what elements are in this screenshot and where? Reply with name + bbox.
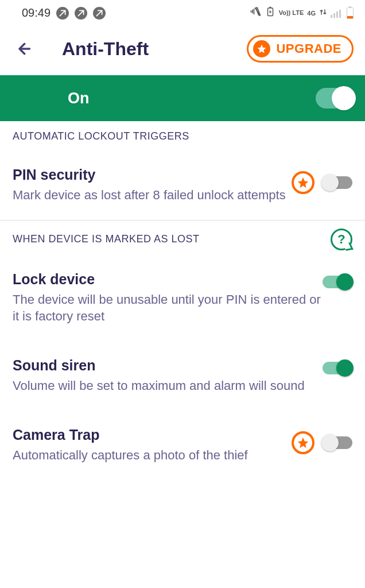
feature-master-toggle[interactable]: On — [0, 75, 365, 121]
notif-icon-1 — [56, 7, 69, 20]
notif-icon-3 — [93, 7, 106, 20]
upgrade-label: UPGRADE — [276, 41, 341, 56]
help-icon[interactable]: ? — [331, 229, 352, 250]
setting-title: Sound siren — [13, 357, 323, 374]
setting-title: Lock device — [13, 271, 323, 288]
premium-star-icon — [292, 171, 314, 194]
setting-pin-security: PIN security Mark device as lost after 8… — [0, 149, 365, 219]
setting-title: PIN security — [13, 167, 292, 183]
section-header-lost: WHEN DEVICE IS MARKED AS LOST — [13, 231, 200, 247]
upgrade-button[interactable]: UPGRADE — [247, 35, 354, 63]
status-bar: 09:49 Vo)) LTE 4G — [0, 0, 365, 25]
network-label: 4G — [307, 10, 316, 17]
camera-trap-switch[interactable] — [323, 436, 352, 449]
back-button[interactable] — [16, 40, 39, 57]
sound-siren-switch[interactable] — [323, 362, 352, 374]
master-switch[interactable] — [316, 88, 352, 109]
master-toggle-label: On — [68, 90, 90, 107]
pin-security-switch[interactable] — [323, 176, 352, 189]
setting-desc: Automatically captures a photo of the th… — [13, 447, 292, 464]
clock: 09:49 — [22, 6, 51, 20]
setting-desc: The device will be unusable until your P… — [13, 291, 323, 325]
svg-rect-2 — [269, 7, 271, 8]
notif-icon-2 — [75, 7, 87, 20]
setting-desc: Volume will be set to maximum and alarm … — [13, 377, 323, 394]
lock-device-switch[interactable] — [323, 276, 352, 288]
signal-icon — [331, 9, 341, 18]
setting-camera-trap: Camera Trap Automatically captures a pho… — [0, 409, 365, 479]
setting-title: Camera Trap — [13, 427, 292, 443]
setting-lock-device: Lock device The device will be unusable … — [0, 254, 365, 340]
premium-star-icon — [292, 431, 314, 454]
battery-icon — [347, 7, 354, 19]
app-header: Anti-Theft UPGRADE — [0, 25, 365, 75]
star-icon — [253, 40, 270, 57]
volte-icon: Vo)) LTE — [279, 10, 304, 16]
power-saver-icon — [265, 6, 275, 20]
page-title: Anti-Theft — [39, 38, 247, 60]
setting-desc: Mark device as lost after 8 failed unloc… — [13, 187, 292, 204]
setting-sound-siren: Sound siren Volume will be set to maximu… — [0, 340, 365, 409]
section-header-triggers: AUTOMATIC LOCKOUT TRIGGERS — [0, 121, 365, 149]
data-arrows-icon — [319, 6, 327, 20]
vibrate-icon — [249, 6, 262, 20]
